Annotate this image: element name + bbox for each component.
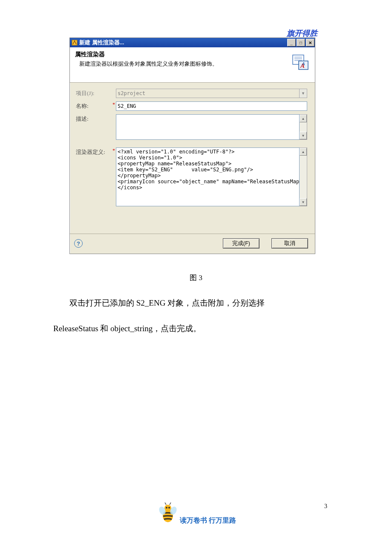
- svg-text:A: A: [302, 61, 305, 66]
- project-label: 项目(J):: [76, 89, 112, 97]
- def-label: 渲染器定义:: [76, 147, 112, 156]
- scroll-up-icon[interactable]: ▲: [300, 115, 307, 122]
- banner-description: 新建渲染器以根据业务对象属性定义业务对象图标修饰。: [79, 60, 310, 68]
- def-scrollbar[interactable]: ▲ ▼: [300, 147, 307, 206]
- required-marker: *: [112, 147, 115, 154]
- def-row: 渲染器定义: * ▲ ▼: [76, 147, 307, 206]
- page-header-slogan: 旗开得胜: [287, 28, 317, 38]
- maximize-button[interactable]: □: [297, 39, 305, 46]
- name-input[interactable]: [116, 101, 307, 111]
- bee-mascot-icon: [156, 501, 180, 525]
- project-row: 项目(J): ▼: [76, 89, 307, 98]
- footer-slogan: 读万卷书 行万里路: [180, 516, 236, 525]
- scroll-down-icon[interactable]: ▼: [300, 132, 307, 139]
- form-area: 项目(J): ▼ 名称: * 描述: ▲ ▼: [70, 83, 315, 234]
- svg-line-14: [165, 503, 166, 505]
- required-marker: *: [112, 101, 115, 108]
- app-icon: [72, 40, 78, 46]
- cancel-button[interactable]: 取消: [271, 238, 308, 249]
- svg-point-11: [168, 507, 170, 509]
- body-paragraph-1: 双击打开已添加的 S2_ENG 对象，点击附加，分别选择: [53, 293, 339, 313]
- dialog-title: 新建 属性渲染器...: [79, 39, 124, 46]
- project-dropdown-icon: ▼: [300, 89, 307, 98]
- banner-title: 属性渲染器: [75, 51, 310, 58]
- project-combo: [116, 89, 300, 98]
- desc-scrollbar[interactable]: ▲ ▼: [300, 114, 307, 140]
- page-number: 3: [324, 503, 327, 510]
- minimize-button[interactable]: _: [287, 39, 296, 46]
- name-label: 名称:: [76, 101, 112, 110]
- svg-point-9: [164, 505, 171, 512]
- desc-textarea[interactable]: [116, 114, 300, 140]
- desc-label: 描述:: [76, 114, 112, 123]
- close-button[interactable]: ✕: [306, 39, 314, 46]
- help-icon[interactable]: ?: [74, 239, 83, 248]
- svg-point-10: [166, 507, 167, 509]
- new-renderer-dialog: 新建 属性渲染器... _ □ ✕ 属性渲染器 新建渲染器以根据业务对象属性定义…: [69, 38, 315, 254]
- finish-button[interactable]: 完成(F): [223, 238, 259, 249]
- body-paragraph-2: ReleaseStatus 和 object_string，点击完成。: [53, 319, 339, 338]
- scroll-up-icon[interactable]: ▲: [300, 148, 307, 156]
- svg-line-15: [170, 503, 171, 505]
- figure-caption: 图 3: [0, 273, 392, 283]
- desc-row: 描述: ▲ ▼: [76, 114, 307, 140]
- banner-icon: A A: [292, 53, 309, 70]
- dialog-button-bar: ? 完成(F) 取消: [70, 234, 315, 254]
- scroll-down-icon[interactable]: ▼: [300, 198, 307, 206]
- dialog-titlebar[interactable]: 新建 属性渲染器... _ □ ✕: [70, 38, 315, 47]
- page-footer: 读万卷书 行万里路: [0, 501, 392, 525]
- dialog-banner: 属性渲染器 新建渲染器以根据业务对象属性定义业务对象图标修饰。 A A: [70, 47, 315, 83]
- renderer-definition-textarea[interactable]: [116, 147, 300, 206]
- name-row: 名称: *: [76, 101, 307, 111]
